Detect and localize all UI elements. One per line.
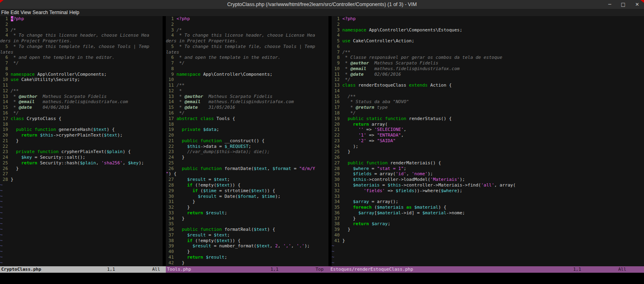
code-line[interactable]: 5 use Cake\Controller\Action; — [332, 38, 644, 44]
code-line[interactable]: 19 private $data; — [166, 127, 328, 133]
code-line[interactable]: 3 /* — [0, 27, 163, 33]
code-line[interactable]: 8 * Classe responsável por gerar os comb… — [332, 55, 644, 60]
code-line[interactable]: 10 * @email matheus.fidelis@industriafox… — [332, 66, 644, 72]
code-line[interactable]: 1 <?php — [0, 16, 163, 22]
titlebar[interactable]: CryptoClass.php (/var/www/html/free2lear… — [0, 0, 644, 9]
code-line[interactable]: 5 * To change this template file, choose… — [166, 44, 328, 50]
code-line[interactable]: ") { — [166, 171, 328, 177]
code-line[interactable]: lates — [166, 50, 328, 55]
code-line[interactable]: 11 /** — [166, 83, 328, 88]
code-line[interactable]: 41 return $result; — [166, 255, 328, 260]
code-line[interactable]: 27 — [0, 171, 163, 177]
code-line[interactable]: 14 * @email matheus.fidelis@industriafox… — [166, 99, 328, 105]
code-line[interactable]: 38 return $array; — [332, 221, 644, 227]
code-line[interactable]: 30 $this->controller->loadModel('Materia… — [332, 177, 644, 182]
code-line[interactable]: 24 $key = Security::salt(); — [0, 155, 163, 160]
code-line[interactable]: 6 * and open the template in the editor. — [166, 55, 328, 60]
code-line[interactable]: 4 * To change this license header, choos… — [166, 33, 328, 38]
code-line[interactable]: 19 public function generateHash($text) { — [0, 127, 163, 133]
code-line[interactable]: ders in Project Properties. — [166, 38, 328, 44]
code-line[interactable]: 9 * @author Matheus Scarpato Fidelis — [332, 60, 644, 66]
code-line[interactable]: 15 * @date 31/05/2016 — [166, 105, 328, 110]
menu-item-file[interactable]: File — [0, 10, 10, 15]
minimize-button[interactable]: ─ — [608, 2, 611, 7]
code-line[interactable]: 23 '2' => "SAIDA" — [332, 138, 644, 144]
statusline-renderestoque[interactable]: Estoques/renderEstoqueClass.php 1,1 All — [329, 266, 644, 273]
code-line[interactable]: 16 */ — [166, 110, 328, 116]
code-line[interactable]: 18 — [166, 122, 328, 127]
code-line[interactable]: 27 $result = $text; — [166, 177, 328, 182]
code-line[interactable]: 11 — [0, 83, 163, 88]
code-line[interactable]: 29 if ($time = strtotime($text)) { — [166, 188, 328, 194]
code-line[interactable]: 28 } — [0, 177, 163, 182]
code-line[interactable]: 40 } — [166, 249, 328, 255]
code-line[interactable]: 22 '1' => "ENTRADA", — [332, 133, 644, 138]
code-line[interactable]: 24 } — [166, 155, 328, 160]
code-line[interactable]: 2 — [332, 22, 644, 27]
code-line[interactable]: 16 * Status da aba "NOVO" — [332, 99, 644, 105]
code-line[interactable]: 15 * @date 04/06/2016 — [0, 105, 163, 110]
code-line[interactable]: 12 /** — [0, 88, 163, 94]
code-line[interactable]: 25 — [166, 160, 328, 166]
code-line[interactable]: 11 * @date 02/06/2016 — [332, 72, 644, 77]
close-button[interactable]: ✕ — [635, 2, 639, 7]
code-line[interactable]: 37 $result = $text; — [166, 232, 328, 238]
code-line[interactable]: 7 */ — [0, 60, 163, 66]
code-line[interactable]: 2 — [0, 22, 163, 27]
code-line[interactable]: 22 — [0, 144, 163, 149]
code-line[interactable]: 25 } — [332, 149, 644, 155]
code-line[interactable]: 20 return array( — [332, 122, 644, 127]
code-line[interactable]: 3 /* — [166, 27, 328, 33]
code-line[interactable]: 20 return $this->crypherPlainText($text)… — [0, 133, 163, 138]
code-line[interactable]: 34 $array = array(); — [332, 199, 644, 205]
code-line[interactable]: 18 — [0, 122, 163, 127]
code-line[interactable]: 18 */ — [332, 110, 644, 116]
menu-item-help[interactable]: Help — [68, 10, 80, 15]
code-line[interactable]: 38 if (!empty($text)) { — [166, 238, 328, 244]
code-line[interactable]: 26 public function formatDate($text, $fo… — [166, 166, 328, 172]
code-line[interactable]: 36 $array[$material->id] = $material->no… — [332, 210, 644, 216]
code-line[interactable]: 4 * To change this license header, choos… — [0, 33, 163, 38]
code-line[interactable]: 5 * To change this template file, choose… — [0, 44, 163, 50]
code-line[interactable]: 8 — [166, 66, 328, 72]
code-line[interactable]: 12 * — [166, 88, 328, 94]
statusline-tools[interactable]: Tools.php 1,1 Top — [166, 266, 329, 273]
code-line[interactable]: 6 — [332, 44, 644, 50]
code-line[interactable]: 10 use Cake\Utility\Security; — [0, 77, 163, 83]
menu-item-edit[interactable]: Edit — [10, 10, 20, 15]
code-line[interactable]: 35 — [166, 221, 328, 227]
editor-pane-tools[interactable]: 1 <?php 2 3 /* 4 * To change this licens… — [166, 16, 328, 266]
vertical-split-separator[interactable] — [328, 16, 332, 266]
code-line[interactable]: 17 * @return type — [332, 105, 644, 110]
code-line[interactable]: 14 — [332, 88, 644, 94]
code-line[interactable]: 37 } — [332, 216, 644, 222]
code-line[interactable]: 21 '' => 'SELECIONE', — [332, 127, 644, 133]
code-line[interactable]: 33 — [332, 194, 644, 199]
code-line[interactable]: 9 namespace App\Controller\Components; — [0, 72, 163, 77]
code-line[interactable]: 20 — [166, 133, 328, 138]
code-line[interactable]: 13 * @author Matheus Scarpato Fidelis — [166, 94, 328, 100]
code-line[interactable]: 23 //var_dump($this->data); die(); — [166, 149, 328, 155]
menu-item-search[interactable]: Search — [32, 10, 49, 15]
code-line[interactable]: 41 } — [332, 238, 644, 244]
editor-pane-renderestoque[interactable]: 1 <?php 2 3 namespace App\Controller\Com… — [332, 16, 644, 266]
code-line[interactable]: 42 } — [166, 260, 328, 266]
code-line[interactable]: 32 } — [166, 205, 328, 210]
vertical-split-separator[interactable] — [163, 16, 166, 266]
code-line[interactable]: 9 namespace App\Controller\Components; — [166, 72, 328, 77]
code-line[interactable]: 17 abstract class Tools { — [166, 116, 328, 122]
code-line[interactable]: 22 $this->data = $_REQUEST; — [166, 144, 328, 149]
code-line[interactable]: 6 * and open the template in the editor. — [0, 55, 163, 60]
code-line[interactable]: 7 /** — [332, 50, 644, 55]
code-line[interactable]: 17 class CryptoClass { — [0, 116, 163, 122]
code-line[interactable]: 19 public static function renderStatus()… — [332, 116, 644, 122]
menu-item-terminal[interactable]: Terminal — [49, 10, 68, 15]
code-line[interactable]: 2 — [166, 22, 328, 27]
maximize-button[interactable]: □ — [621, 2, 625, 7]
code-line[interactable]: 35 foreach ($materiais as $material) { — [332, 205, 644, 210]
code-line[interactable]: 15 /** — [332, 94, 644, 100]
code-line[interactable]: 29 $fields = array('id', 'nome'); — [332, 171, 644, 177]
code-line[interactable]: 1 <?php — [332, 16, 644, 22]
code-line[interactable]: 28 if (!empty($text)) { — [166, 182, 328, 188]
editor-pane-cryptoclass[interactable]: 1 <?php 2 3 /* 4 * To change this licens… — [0, 16, 163, 266]
